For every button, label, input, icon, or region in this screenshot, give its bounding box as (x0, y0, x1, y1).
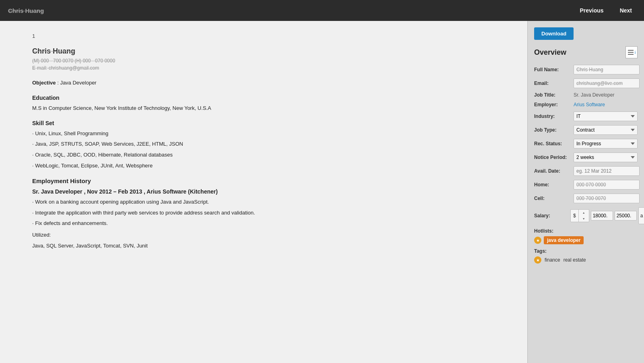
full-name-row: Full Name: (534, 65, 638, 74)
page-number: 1 (32, 33, 507, 39)
job-title-label: Job Title: (534, 92, 570, 98)
salary-label: Salary: (534, 213, 570, 219)
hotlist-tag[interactable]: java developer (544, 236, 584, 244)
skill-item: · Java, JSP, STRUTS, SOAP, Web Services,… (32, 140, 507, 148)
industry-label: Industry: (534, 113, 570, 119)
job-type-row: Job Type: ContractFull TimePart Time (534, 125, 638, 135)
cell-input[interactable] (574, 194, 640, 203)
resume-name: Chris Huang (32, 47, 507, 56)
notice-period-label: Notice Period: (534, 153, 570, 161)
main-layout: 1 Chris Huang (M) 000 - 700 0070 (H) 000… (0, 21, 644, 363)
tag-icon: ★ (534, 256, 541, 264)
bullet-item: · Integrate the application with third p… (32, 209, 507, 217)
employment-label: Employment History (32, 177, 507, 184)
employment-section: Employment History Sr. Java Developer , … (32, 177, 507, 250)
job-type-select[interactable]: ContractFull TimePart Time (574, 125, 638, 135)
avail-date-row: Avail. Date: (534, 166, 638, 176)
objective-label: Objective (32, 80, 56, 86)
tag-item: finance (545, 257, 560, 263)
industry-row: Industry: ITFinanceHealthcareOther (534, 111, 638, 121)
tag-item: real estate (564, 257, 586, 263)
home-label: Home: (534, 182, 570, 188)
resume-email: E-mail: chrishuang@gmail.com (32, 65, 507, 71)
resume-header: Chris Huang (M) 000 - 700 0070 (H) 000 -… (32, 47, 507, 71)
avail-date-label: Avail. Date: (534, 168, 570, 174)
overview-icon[interactable]: i (625, 46, 638, 58)
hotlist-icon: ★ (534, 237, 541, 244)
objective-section: Objective : Java Developer (32, 79, 507, 87)
app-name: Chris Huang (8, 7, 44, 14)
education-value: M.S in Computer Science, New York Instit… (32, 104, 507, 113)
topbar: Chris Huang Previous Next (0, 0, 644, 21)
hotlist-tags: ★java developer (534, 236, 638, 244)
cell-label: Cell: (534, 196, 570, 201)
rec-status-select[interactable]: In ProgressHiredRejected (574, 139, 638, 148)
skillset-label: Skill Set (32, 120, 507, 126)
employer-row: Employer: Arius Software (534, 102, 638, 107)
job-title-row: Job Title: Sr. Java Developer (534, 92, 638, 98)
notice-period-row: Notice Period: 2 weeks1 week1 monthImmed… (534, 153, 638, 162)
sidebar: Download Overview i Full Name: Email: Jo… (527, 21, 644, 363)
salary-currency: $ ▲ ▼ (570, 209, 589, 222)
svg-rect-0 (628, 50, 634, 51)
next-button[interactable]: Next (616, 6, 636, 15)
education-section: Education M.S in Computer Science, New Y… (32, 95, 507, 113)
bullets-list: · Work on a banking account opening appl… (32, 198, 507, 228)
home-row: Home: (534, 180, 638, 190)
bullet-item: · Fix defects and enhancements. (32, 219, 507, 228)
salary-min-input[interactable] (591, 211, 613, 221)
employer-value[interactable]: Arius Software (574, 102, 605, 107)
full-name-input[interactable] (574, 65, 640, 74)
svg-rect-2 (628, 54, 634, 55)
nav-buttons: Previous Next (576, 6, 636, 15)
cell-row: Cell: (534, 194, 638, 203)
skill-item: · Oracle, SQL, JDBC, OOD, Hibernate, Rel… (32, 151, 507, 159)
utilized-label: Utilized: (32, 232, 51, 238)
notice-period-select[interactable]: 2 weeks1 week1 monthImmediate (574, 153, 638, 162)
tags-label: Tags: (534, 248, 638, 254)
salary-period: a ▲ ▼ (638, 207, 644, 224)
skillset-section: Skill Set · Unix, Linux, Shell Programmi… (32, 120, 507, 170)
hotlists-label: Hotlists: (534, 228, 638, 234)
download-button[interactable]: Download (534, 27, 574, 40)
rec-status-row: Rec. Status: In ProgressHiredRejected (534, 139, 638, 148)
skill-item: · Unix, Linux, Shell Programming (32, 130, 507, 138)
currency-arrows[interactable]: ▲ ▼ (578, 210, 589, 222)
currency-symbol: $ (571, 211, 578, 220)
job-type-label: Job Type: (534, 127, 570, 133)
overview-header: Overview i (534, 46, 638, 58)
salary-period-value: a (639, 211, 644, 220)
job-title-line: Sr. Java Developer , Nov 2012 – Feb 2013… (32, 188, 507, 195)
tags-section: Tags: ★financereal estate (534, 248, 638, 264)
email-label: Email: (534, 80, 570, 86)
resume-panel: 1 Chris Huang (M) 000 - 700 0070 (H) 000… (0, 21, 527, 363)
salary-controls: $ ▲ ▼ a ▲ ▼ (570, 207, 644, 224)
full-name-label: Full Name: (534, 67, 570, 72)
tags-row: ★financereal estate (534, 256, 638, 264)
salary-max-input[interactable] (615, 211, 637, 221)
avail-date-input[interactable] (574, 166, 640, 176)
home-input[interactable] (574, 180, 640, 190)
education-label: Education (32, 95, 507, 101)
previous-button[interactable]: Previous (576, 6, 608, 15)
overview-title: Overview (534, 48, 566, 57)
email-row: Email: (534, 78, 638, 88)
hotlists-section: Hotlists: ★java developer (534, 228, 638, 244)
svg-rect-1 (628, 52, 634, 53)
rec-status-label: Rec. Status: (534, 139, 570, 147)
email-input[interactable] (574, 78, 640, 88)
objective-value: Java Developer (60, 80, 96, 86)
utilized-tech: Java, SQL Server, JavaScript, Tomcat, SV… (32, 242, 507, 250)
skills-list: · Unix, Linux, Shell Programming· Java, … (32, 130, 507, 170)
salary-row: Salary: $ ▲ ▼ a ▲ ▼ (534, 207, 638, 224)
employer-label: Employer: (534, 102, 570, 107)
skill-item: · WebLogic, Tomcat, Eclipse, JUnit, Ant,… (32, 162, 507, 170)
bullet-item: · Work on a banking account opening appl… (32, 198, 507, 206)
resume-phone: (M) 000 - 700 0070 (H) 000 - 070 0000 (32, 58, 507, 64)
job-title-value: Sr. Java Developer (574, 92, 614, 98)
industry-select[interactable]: ITFinanceHealthcareOther (574, 111, 638, 121)
